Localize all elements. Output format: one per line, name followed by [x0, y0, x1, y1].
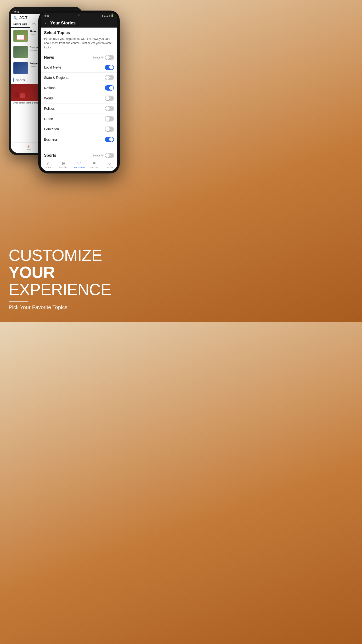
- news-select-all-knob: [105, 55, 110, 60]
- front-bottom-nav: ⌂ Home ⊞ E-Edition ♡ Your Stories ≡ Sect…: [41, 158, 117, 171]
- menu-nav-icon: ≡: [93, 161, 96, 166]
- topic-crime-toggle[interactable]: [105, 116, 114, 122]
- news-topics-section: News Select All Local News: [41, 52, 117, 144]
- nav-profile[interactable]: ○ Profile: [102, 159, 117, 171]
- bottom-text-section: CUSTOMIZE YOUR EXPERIENCE Pick Your Favo…: [0, 233, 181, 322]
- topic-world-toggle[interactable]: [105, 96, 114, 101]
- topic-politics-label: Politics: [44, 106, 54, 110]
- headline-subtitle: Pick Your Favorite Topics: [8, 304, 67, 310]
- news-select-all-label: Select All: [93, 56, 103, 59]
- topic-local-news-toggle[interactable]: [105, 65, 114, 70]
- section-divider: [41, 147, 117, 147]
- home-nav-icon: ⌂: [47, 161, 50, 166]
- topic-state-regional-toggle[interactable]: [105, 75, 114, 80]
- topic-education-label: Education: [44, 127, 59, 131]
- topic-national[interactable]: National: [41, 83, 117, 93]
- sports-section-name: Sports: [44, 153, 56, 158]
- topic-national-label: National: [44, 86, 56, 90]
- headline-line2: YOUR: [8, 263, 54, 281]
- headline-divider: [8, 302, 28, 302]
- main-headline: CUSTOMIZE YOUR EXPERIENCE: [8, 247, 111, 298]
- topic-world[interactable]: World: [41, 93, 117, 103]
- topic-business-knob: [109, 137, 113, 142]
- sports-select-all-toggle[interactable]: [105, 153, 114, 158]
- front-status-icons: ▲▲▲ ⟟ 🔋: [101, 14, 113, 17]
- sports-topics-section: Sports Select All High School: [41, 150, 117, 158]
- sports-label: Sports: [15, 78, 25, 82]
- topic-state-regional-knob: [105, 76, 110, 80]
- newspaper-nav-icon: ⊞: [62, 161, 66, 166]
- front-status-time: 9:41: [44, 14, 49, 17]
- nav-your-stories[interactable]: ♡ Your Stories: [71, 159, 87, 171]
- back-button[interactable]: ←: [44, 20, 48, 26]
- topics-content[interactable]: Select Topics Personalize your experienc…: [41, 28, 117, 158]
- sports-select-all-label: Select All: [93, 154, 103, 157]
- topic-politics[interactable]: Politics: [41, 103, 117, 114]
- topic-world-knob: [105, 96, 110, 100]
- nav-home[interactable]: ⌂ Home: [41, 159, 56, 171]
- news-section-name: News: [44, 55, 54, 60]
- nav-eedition-label: E-Edition: [59, 166, 68, 169]
- topic-business-toggle[interactable]: [105, 137, 114, 142]
- topic-crime-knob: [105, 117, 110, 121]
- headline-line1: CUSTOMIZE: [8, 246, 102, 264]
- headline-line3: EXPERIENCE: [8, 280, 111, 298]
- camera: [78, 14, 80, 16]
- topic-world-label: World: [44, 96, 53, 100]
- topic-politics-knob: [105, 106, 110, 111]
- back-logo: JG-T: [19, 16, 27, 20]
- section-bar-icon: [13, 78, 14, 82]
- topic-state-regional-label: State & Regional: [44, 76, 69, 80]
- nav-profile-label: Profile: [106, 166, 113, 169]
- topic-business-label: Business: [44, 138, 58, 141]
- nav-sections-label: Sections: [90, 166, 99, 169]
- sports-select-all-row: Select All: [93, 153, 114, 158]
- topic-politics-toggle[interactable]: [105, 106, 114, 111]
- news-select-all-toggle[interactable]: [105, 55, 114, 60]
- heart-nav-icon: ♡: [77, 161, 81, 166]
- sports-select-all-knob: [105, 153, 110, 158]
- topic-national-toggle[interactable]: [105, 85, 114, 90]
- sports-section-title-row: Sports Select All: [41, 152, 117, 158]
- select-topics-section: Select Topics Personalize your experienc…: [41, 28, 117, 52]
- tab-headlines[interactable]: HEADLINES: [11, 22, 30, 28]
- news-select-all-row: Select All: [93, 55, 114, 60]
- front-phone-screen: 9:41 ▲▲▲ ⟟ 🔋 ← Your Stories Select Topic…: [41, 13, 117, 171]
- search-icon[interactable]: 🔍: [13, 16, 17, 20]
- topic-education-toggle[interactable]: [105, 126, 114, 132]
- page-title: Your Stories: [50, 20, 76, 26]
- topic-crime-label: Crime: [44, 117, 53, 121]
- home-icon: 🏠: [27, 146, 30, 148]
- nav-home-label: Home: [45, 166, 51, 169]
- person-nav-icon: ○: [108, 161, 111, 166]
- select-topics-title: Select Topics: [44, 30, 114, 35]
- thumb-road: [13, 30, 28, 42]
- topic-local-news[interactable]: Local News: [41, 62, 117, 72]
- thumb-police: [13, 62, 28, 74]
- topic-state-regional[interactable]: State & Regional: [41, 72, 117, 83]
- topic-local-news-label: Local News: [44, 66, 61, 69]
- topic-national-knob: [109, 86, 113, 90]
- topic-education[interactable]: Education: [41, 124, 117, 134]
- news-section-title-row: News Select All: [41, 54, 117, 62]
- topic-local-news-knob: [109, 65, 113, 70]
- nav-your-stories-label: Your Stories: [73, 166, 85, 169]
- topic-business[interactable]: Business: [41, 134, 117, 144]
- thumb-storm: [13, 46, 28, 58]
- back-status-time: 9:41: [14, 10, 19, 13]
- nav-eedition[interactable]: ⊞ E-Edition: [56, 159, 71, 171]
- front-phone: 9:41 ▲▲▲ ⟟ 🔋 ← Your Stories Select Topic…: [38, 10, 120, 174]
- topic-crime[interactable]: Crime: [41, 114, 117, 124]
- front-header: ← Your Stories: [41, 19, 117, 28]
- select-topics-desc: Personalize your experience with the new…: [44, 37, 114, 50]
- notch: [69, 13, 89, 18]
- topic-education-knob: [105, 127, 110, 131]
- nav-sections[interactable]: ≡ Sections: [87, 159, 102, 171]
